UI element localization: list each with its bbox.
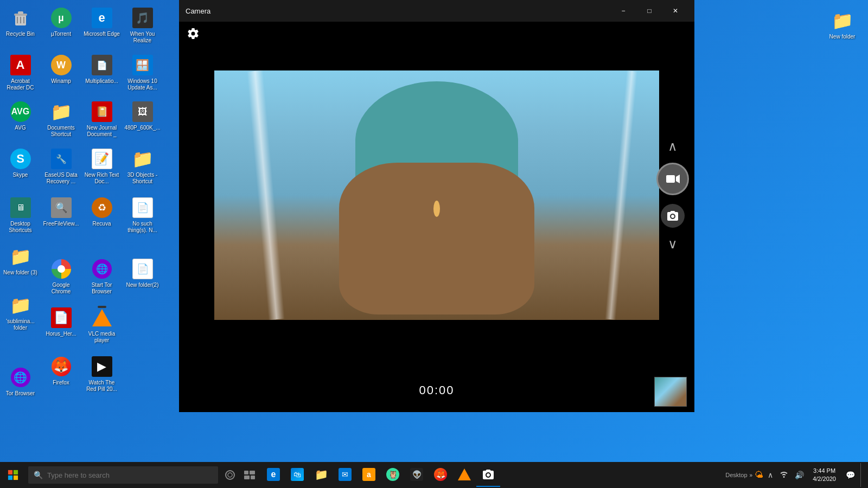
camera-content-area: ∧ ∨ <box>179 22 694 369</box>
watch-redpill-label: Watch The Red Pill 20... <box>84 380 120 393</box>
task-view-button[interactable] <box>240 465 259 485</box>
desktop-icon-avg[interactable]: AVG AVG <box>0 97 41 143</box>
taskbar-app-explorer[interactable]: 📁 <box>309 463 333 487</box>
taskbar-chevron-icon[interactable]: » <box>750 472 753 478</box>
taskbar-app-alienware[interactable]: 👽 <box>405 463 429 487</box>
desktop-icon-start-tor[interactable]: 🌐 Start Tor Browser <box>81 254 122 300</box>
camera-record-button[interactable] <box>656 163 689 195</box>
camera-titlebar: Camera − □ ✕ <box>179 0 694 22</box>
svg-point-12 <box>226 471 234 479</box>
desktop-icon-recuva[interactable]: ♻ Recuva <box>81 192 122 239</box>
camera-scroll-up-button[interactable]: ∧ <box>668 139 678 154</box>
svg-rect-16 <box>244 476 250 479</box>
network-icon[interactable] <box>777 469 790 481</box>
camera-bottom-bar: 00:00 <box>179 369 694 412</box>
svg-rect-6 <box>666 175 675 183</box>
new-folder3-icon: 📁 <box>10 246 31 267</box>
desktop-icon-utorrent[interactable]: µ µTorrent <box>41 3 81 49</box>
desktop-icon-firefox[interactable]: 🦊 Firefox <box>41 351 81 397</box>
480p-icon: 🖼 <box>132 101 154 123</box>
cortana-button[interactable] <box>220 465 240 485</box>
taskbar-app-tripadvisor[interactable]: 🦉 <box>381 463 405 487</box>
taskbar-app-camera[interactable] <box>476 463 500 487</box>
acrobat-icon: A <box>10 54 31 76</box>
taskbar-app-store[interactable]: 🛍 <box>285 463 309 487</box>
desktop-icon-new-folder3[interactable]: 📁 New folder (3) <box>0 241 41 287</box>
desktop-icon-skype[interactable]: S Skype <box>0 144 41 190</box>
desktop-icon-desktop-shortcuts[interactable]: 🖥 Desktop Shortcuts <box>0 192 41 239</box>
documents-shortcut-label: Documents Shortcut <box>43 125 79 138</box>
desktop-icon-edge[interactable]: e Microsoft Edge <box>81 3 122 49</box>
desktop-icon-freefileview[interactable]: 🔍 FreeFileView... <box>41 192 81 239</box>
new-journal-label: New Journal Document _ <box>84 125 120 138</box>
taskbar-app-edge[interactable]: e <box>261 463 285 487</box>
new-folder2-icon: 📄 <box>132 258 154 280</box>
freefileview-icon: 🔍 <box>50 197 72 219</box>
notification-center-icon[interactable]: 💬 <box>843 470 858 480</box>
desktop-icon-google-chrome[interactable]: Google Chrome <box>41 254 81 300</box>
svg-rect-9 <box>14 470 18 474</box>
volume-icon[interactable]: 🔊 <box>793 470 806 480</box>
google-chrome-label: Google Chrome <box>43 282 79 295</box>
show-desktop-button[interactable] <box>860 463 864 487</box>
taskbar-app-amazon[interactable]: a <box>357 463 381 487</box>
desktop-shortcuts-icon: 🖥 <box>10 197 31 219</box>
svg-rect-17 <box>251 476 255 479</box>
maximize-button[interactable]: □ <box>637 2 662 20</box>
avg-icon: AVG <box>10 101 31 123</box>
taskbar-tray-up-icon[interactable]: ∧ <box>765 470 775 480</box>
taskbar-desktop-label[interactable]: Desktop <box>725 472 747 478</box>
svg-rect-8 <box>8 470 12 474</box>
desktop-icon-new-folder-right[interactable]: 📁 New folder <box>822 5 863 52</box>
desktop-icon-documents-shortcut[interactable]: 📁 Documents Shortcut <box>41 97 81 143</box>
utorrent-icon: µ <box>50 7 72 29</box>
horus-icon: 📄 <box>50 307 72 329</box>
taskbar-app-firefox[interactable]: 🦊 <box>429 463 452 487</box>
desktop-icon-new-folder2[interactable]: 📄 New folder(2) <box>122 254 163 300</box>
windows-logo-icon <box>8 470 18 480</box>
taskbar-right-area: Desktop » 🌤 ∧ 🔊 3:44 PM 4/2/2020 💬 <box>721 463 868 487</box>
weather-icon[interactable]: 🌤 <box>755 470 763 480</box>
desktop-icon-windows10[interactable]: 🪟 Windows 10 Update As... <box>122 50 163 96</box>
desktop-icon-tor-browser[interactable]: 🌐 Tor Browser <box>0 362 41 408</box>
desktop-icon-sublimina[interactable]: 📁 'sublimina... folder <box>0 290 41 336</box>
desktop-icon-acrobat[interactable]: A Acrobat Reader DC <box>0 50 41 96</box>
camera-photo-button[interactable] <box>661 204 685 228</box>
winamp-label: Winamp <box>51 78 71 85</box>
desktop-icon-winamp[interactable]: W Winamp <box>41 50 81 96</box>
taskbar-clock[interactable]: 3:44 PM 4/2/2020 <box>808 467 840 484</box>
edge-label: Microsoft Edge <box>84 31 120 37</box>
desktop-icon-horus[interactable]: 📄 Horus_Her... <box>41 303 81 349</box>
desktop-icon-newrich-text[interactable]: 📝 New Rich Text Doc... <box>81 144 122 190</box>
desktop-icon-watch-redpill[interactable]: ▶ Watch The Red Pill 20... <box>81 351 122 397</box>
start-button[interactable] <box>0 462 26 488</box>
desktop-icon-easeus[interactable]: 🔧 EaseUS Data Recovery ... <box>41 144 81 190</box>
camera-title: Camera <box>186 7 611 15</box>
utorrent-label: µTorrent <box>51 31 71 37</box>
face-shape <box>339 163 534 314</box>
desktop-icon-recycle-bin[interactable]: Recycle Bin <box>0 3 41 49</box>
desktop-icon-3dobjects[interactable]: 📁 3D Objects - Shortcut <box>122 144 163 190</box>
taskbar-app-vlc[interactable] <box>452 463 476 487</box>
desktop-icon-nosuch[interactable]: 📄 No such thing(s). N... <box>122 192 163 239</box>
camera-settings-button[interactable] <box>187 27 200 43</box>
window-controls: − □ ✕ <box>611 2 688 20</box>
taskbar-app-mail[interactable]: ✉ <box>333 463 357 487</box>
taskbar-search-box[interactable]: 🔍 <box>28 466 218 484</box>
taskbar: 🔍 e 🛍 <box>0 462 868 488</box>
desktop-icon-480p[interactable]: 🖼 480P_600K_... <box>122 97 163 143</box>
search-input[interactable] <box>47 471 213 479</box>
start-tor-icon: 🌐 <box>91 258 113 280</box>
desktop-icon-multiplication[interactable]: 📄 Multiplicatio... <box>81 50 122 96</box>
camera-scroll-down-button[interactable]: ∨ <box>668 236 678 252</box>
minimize-button[interactable]: − <box>611 2 636 20</box>
firefox-label: Firefox <box>53 380 69 386</box>
recycle-bin-label: Recycle Bin <box>6 31 35 37</box>
close-button[interactable]: ✕ <box>663 2 688 20</box>
desktop-icon-new-journal[interactable]: 📔 New Journal Document _ <box>81 97 122 143</box>
desktop-icon-vlc[interactable]: VLC media player <box>81 303 122 349</box>
480p-label: 480P_600K_... <box>124 125 160 131</box>
camera-thumbnail[interactable] <box>654 377 687 407</box>
desktop-icon-when-you-realize[interactable]: 🎵 When You Realize <box>122 3 163 49</box>
skype-label: Skype <box>13 172 28 178</box>
